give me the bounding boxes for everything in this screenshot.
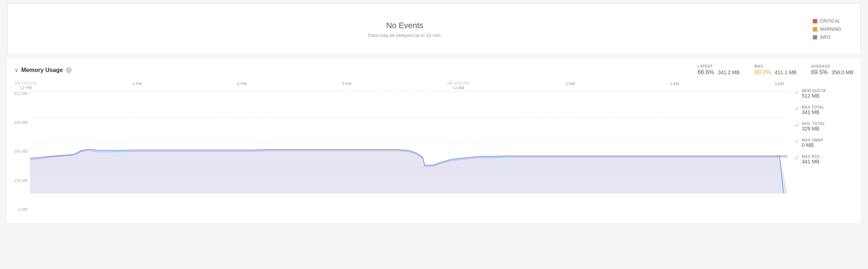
sidebar-metric: ✓AVG. TOTAL329 MB	[795, 122, 853, 132]
time-val: 9 PM	[342, 82, 352, 86]
chart-main: FRI 5TH UTC12 PM3 PM6 PM9 PMSAT 6TH UTC1…	[11, 82, 788, 219]
info-label: INFO	[820, 35, 831, 40]
memory-chart-svg	[30, 91, 788, 219]
sidebar-metric: ✓MAX TOTAL341 MB	[795, 105, 853, 115]
sidebar-metric: ✓MEM QUOTA512 MB	[795, 89, 853, 99]
sidebar-metric: ✓MAX RSS341 MB	[795, 155, 853, 164]
max-pct: 80.3%	[754, 69, 771, 76]
sidebar-metric-content: MEM QUOTA512 MB	[802, 89, 826, 99]
sidebar-metric-content: MAX RSS341 MB	[802, 155, 820, 164]
time-group: 3 PM	[132, 82, 142, 90]
time-group: 9 PM	[342, 82, 352, 90]
sidebar-metric-value: 329 MB	[802, 126, 825, 132]
memory-title-row: ∨ Memory Usage i	[15, 67, 72, 73]
memory-section: ∨ Memory Usage i LATEST 66.6% 341.2 MB M…	[7, 58, 861, 223]
events-section: No Events Data may be delayed up to 10 m…	[7, 4, 861, 55]
sidebar-metric-value: 341 MB	[802, 159, 820, 164]
avg-mb: 356.0 MB	[831, 69, 853, 75]
sidebar-metric-content: AVG. TOTAL329 MB	[802, 122, 825, 132]
sidebar-metric-value: 341 MB	[802, 109, 824, 115]
y-label-item: 0 MB	[11, 207, 28, 212]
chart-sidebar: ✓MEM QUOTA512 MB✓MAX TOTAL341 MB✓AVG. TO…	[788, 82, 861, 219]
time-group: 3 AM	[565, 82, 575, 90]
chart-wrapper: FRI 5TH UTC12 PM3 PM6 PM9 PMSAT 6TH UTC1…	[7, 82, 861, 219]
memory-stats: LATEST 66.6% 341.2 MB MAX 80.3% 411.1 MB…	[698, 64, 853, 76]
latest-label: LATEST	[698, 64, 740, 68]
latest-pct: 66.6%	[698, 69, 714, 76]
critical-label: CRITICAL	[820, 19, 840, 24]
y-labels-col: 512 MB384 MB256 MB128 MB0 MB	[11, 91, 30, 219]
sidebar-metric-label: MAX SWAP	[802, 138, 823, 142]
time-group: 9 AM	[775, 82, 784, 90]
sidebar-metric-label: AVG. TOTAL	[802, 122, 825, 126]
avg-stat: AVERAGE 69.5% 356.0 MB	[811, 64, 853, 76]
max-label: MAX	[754, 64, 796, 68]
chart-svg-col	[30, 91, 788, 219]
latest-values: 66.6% 341.2 MB	[698, 69, 740, 76]
no-events-subtitle: Data may be delayed up to 10 min.	[368, 33, 442, 38]
legend-item-critical: CRITICAL	[813, 19, 849, 24]
time-val: 12 PM	[20, 86, 32, 90]
time-date: FRI 5TH UTC	[15, 82, 37, 86]
sidebar-check-icon[interactable]: ✓	[795, 155, 799, 161]
info-dot	[813, 35, 817, 39]
warning-label: WARNING	[820, 27, 841, 32]
events-main: No Events Data may be delayed up to 10 m…	[8, 4, 802, 54]
sidebar-check-icon[interactable]: ✓	[795, 106, 799, 111]
time-val: 3 AM	[565, 82, 575, 86]
time-date: SAT 6TH UTC	[447, 82, 470, 86]
y-label-item: 128 MB	[11, 178, 28, 183]
events-legend: CRITICAL WARNING INFO	[802, 4, 860, 54]
sidebar-check-icon[interactable]: ✓	[795, 122, 799, 128]
time-group: 6 PM	[237, 82, 247, 90]
time-group: FRI 5TH UTC12 PM	[15, 82, 37, 90]
time-group: 6 AM	[670, 82, 679, 90]
time-val: 6 AM	[670, 82, 679, 86]
collapse-chevron-icon[interactable]: ∨	[15, 67, 18, 73]
latest-mb: 341.2 MB	[718, 69, 740, 75]
no-events-title: No Events	[386, 21, 424, 30]
sidebar-metric-label: MEM QUOTA	[802, 89, 826, 93]
sidebar-check-icon[interactable]: ✓	[795, 90, 799, 95]
sidebar-metric-value: 512 MB	[802, 93, 826, 99]
time-val: 9 AM	[775, 82, 784, 86]
sidebar-metric: ✓MAX SWAP0 MB	[795, 138, 853, 148]
y-label-item: 384 MB	[11, 120, 28, 125]
latest-stat: LATEST 66.6% 341.2 MB	[698, 64, 740, 76]
time-axis: FRI 5TH UTC12 PM3 PM6 PM9 PMSAT 6TH UTC1…	[11, 82, 788, 90]
memory-header: ∨ Memory Usage i LATEST 66.6% 341.2 MB M…	[7, 64, 861, 76]
critical-dot	[813, 19, 817, 23]
max-mb: 411.1 MB	[775, 69, 797, 75]
sidebar-metric-label: MAX TOTAL	[802, 105, 824, 109]
page-wrapper: No Events Data may be delayed up to 10 m…	[0, 0, 868, 269]
max-values: 80.3% 411.1 MB	[754, 69, 796, 76]
avg-label: AVERAGE	[811, 64, 853, 68]
memory-title: Memory Usage	[21, 67, 63, 73]
max-stat: MAX 80.3% 411.1 MB	[754, 64, 796, 76]
time-val: 12 AM	[453, 86, 464, 90]
sidebar-metric-label: MAX RSS	[802, 155, 820, 159]
avg-values: 69.5% 356.0 MB	[811, 69, 853, 76]
time-group: SAT 6TH UTC12 AM	[447, 82, 470, 90]
time-val: 3 PM	[132, 82, 142, 86]
time-val: 6 PM	[237, 82, 247, 86]
sidebar-check-icon[interactable]: ✓	[795, 139, 799, 144]
legend-item-warning: WARNING	[813, 27, 849, 32]
memory-info-icon[interactable]: i	[66, 67, 72, 73]
sidebar-metric-content: MAX TOTAL341 MB	[802, 105, 824, 115]
y-label-item: 512 MB	[11, 91, 28, 96]
legend-item-info: INFO	[813, 35, 849, 40]
y-label-item: 256 MB	[11, 149, 28, 154]
chart-area: 512 MB384 MB256 MB128 MB0 MB	[11, 91, 788, 219]
sidebar-metric-value: 0 MB	[802, 142, 823, 148]
avg-pct: 69.5%	[811, 69, 828, 76]
warning-dot	[813, 27, 817, 31]
sidebar-metric-content: MAX SWAP0 MB	[802, 138, 823, 148]
